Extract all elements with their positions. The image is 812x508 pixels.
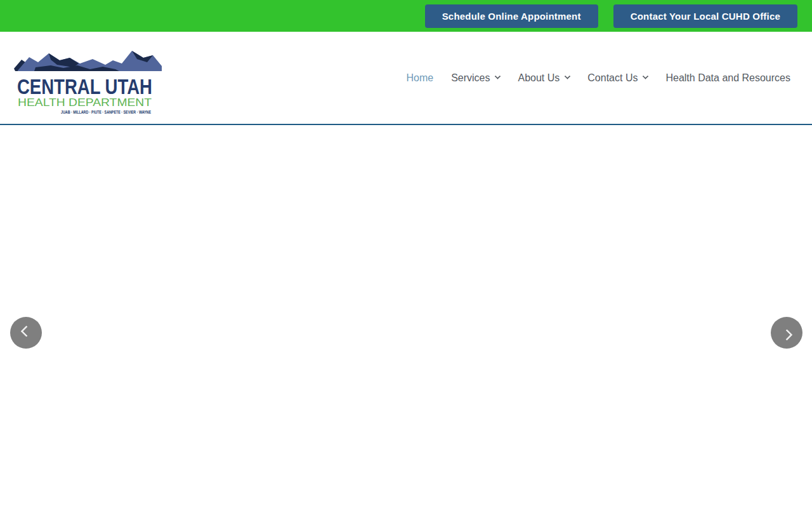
- nav-item-about-us[interactable]: About Us: [518, 72, 570, 84]
- chevron-down-icon: [643, 73, 649, 79]
- site-header: CENTRAL UTAH HEALTH DEPARTMENT JUAB · MI…: [0, 32, 812, 125]
- nav-item-health-data-and-resources[interactable]: Health Data and Resources: [665, 72, 790, 84]
- carousel-next-button[interactable]: [771, 317, 802, 349]
- mountain-range-icon: [14, 51, 162, 71]
- chevron-down-icon: [495, 73, 501, 79]
- schedule-online-appointment-button[interactable]: Schedule Online Appointment: [425, 4, 598, 28]
- chevron-down-icon: [565, 73, 571, 79]
- nav-item-label: Health Data and Resources: [665, 72, 790, 84]
- logo-counties: JUAB · MILLARD · PIUTE · SANPETE · SEVIE…: [61, 109, 151, 115]
- logo-subtitle: HEALTH DEPARTMENT: [18, 97, 152, 109]
- nav-item-label: Contact Us: [587, 72, 638, 84]
- cuhd-logo[interactable]: CENTRAL UTAH HEALTH DEPARTMENT JUAB · MI…: [13, 50, 162, 116]
- nav-item-contact-us[interactable]: Contact Us: [587, 72, 648, 84]
- main-navigation: Home Services About Us Contact Us Health…: [406, 72, 790, 84]
- nav-item-services[interactable]: Services: [451, 72, 500, 84]
- nav-item-home[interactable]: Home: [406, 72, 433, 84]
- top-utility-bar: Schedule Online Appointment Contact Your…: [0, 0, 812, 32]
- hero-carousel: [0, 125, 812, 507]
- nav-item-label: Home: [406, 72, 433, 84]
- nav-item-label: About Us: [518, 72, 560, 84]
- nav-item-label: Services: [451, 72, 490, 84]
- carousel-previous-button[interactable]: [10, 317, 42, 349]
- contact-local-office-button[interactable]: Contact Your Local CUHD Office: [613, 4, 797, 28]
- chevron-left-icon: [20, 325, 32, 337]
- logo-title: CENTRAL UTAH: [17, 74, 152, 98]
- chevron-right-icon: [781, 329, 792, 340]
